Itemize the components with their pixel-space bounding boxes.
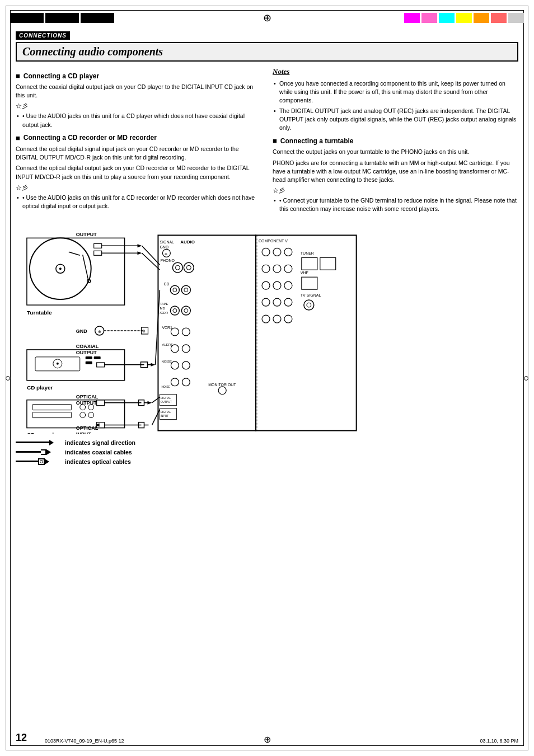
svg-point-90 bbox=[182, 361, 190, 369]
main-content: CONNECTIONS Connecting audio components … bbox=[16, 31, 518, 728]
svg-text:OPTICAL: OPTICAL bbox=[76, 425, 99, 430]
svg-text:COMPONENT V: COMPONENT V bbox=[259, 239, 288, 243]
svg-text:MD: MD bbox=[160, 307, 165, 310]
svg-text:AUDIO: AUDIO bbox=[180, 240, 195, 245]
connection-diagram: OUTPUT Turntable GND ⊕ ⊕ bbox=[16, 221, 518, 434]
svg-point-111 bbox=[262, 298, 270, 306]
svg-point-92 bbox=[182, 378, 190, 386]
svg-text:Turntable: Turntable bbox=[27, 309, 52, 316]
cd-md-tip-icon: ☆彡 bbox=[16, 184, 261, 192]
svg-text:VCR1: VCR1 bbox=[162, 326, 172, 330]
svg-text:CD recorder or: CD recorder or bbox=[27, 431, 66, 433]
svg-text:OPTICAL: OPTICAL bbox=[76, 393, 99, 399]
svg-text:INPUT: INPUT bbox=[76, 431, 91, 433]
svg-text:/CDR: /CDR bbox=[160, 311, 168, 314]
cd-md-section-title: Connecting a CD recorder or MD recorder bbox=[16, 134, 261, 142]
legend-optical-line bbox=[16, 458, 60, 465]
main-title: Connecting audio components bbox=[22, 45, 163, 58]
svg-text:INPUT: INPUT bbox=[160, 414, 168, 417]
svg-text:GND: GND bbox=[160, 245, 168, 249]
svg-text:SIGNAL: SIGNAL bbox=[160, 240, 174, 244]
tip-symbol-3: ☆彡 bbox=[273, 186, 285, 195]
svg-text:OUTPUT: OUTPUT bbox=[76, 350, 97, 355]
svg-text:PHONO: PHONO bbox=[160, 259, 175, 262]
legend-coaxial-line bbox=[16, 449, 60, 455]
svg-text:COAXIAL: COAXIAL bbox=[76, 344, 99, 349]
right-page-marker bbox=[524, 376, 528, 381]
svg-marker-15 bbox=[138, 244, 142, 247]
svg-rect-38 bbox=[32, 412, 72, 417]
main-title-box: Connecting audio components bbox=[16, 42, 518, 62]
legend-coaxial: indicates coaxial cables bbox=[16, 449, 518, 456]
note-2: The DIGITAL OUTPUT jack and analog OUT (… bbox=[273, 107, 518, 133]
top-decorative-bar: ⊕ bbox=[10, 10, 524, 26]
cd-md-body1: Connect the optical digital signal input… bbox=[16, 145, 261, 162]
legend-area: indicates signal direction indicates coa… bbox=[16, 439, 518, 465]
legend-optical: indicates optical cables bbox=[16, 458, 518, 465]
svg-point-69 bbox=[186, 265, 191, 270]
svg-rect-100 bbox=[256, 235, 357, 430]
color-block-cyan bbox=[439, 13, 455, 23]
svg-rect-59 bbox=[158, 235, 256, 430]
diagram-svg: OUTPUT Turntable GND ⊕ ⊕ bbox=[16, 221, 518, 434]
svg-text:NOISE: NOISE bbox=[161, 384, 170, 388]
svg-point-107 bbox=[284, 265, 292, 273]
svg-point-74 bbox=[184, 288, 188, 292]
tip-symbol-2: ☆彡 bbox=[16, 184, 28, 192]
svg-point-110 bbox=[284, 281, 292, 289]
svg-point-132 bbox=[218, 386, 226, 394]
svg-text:TUNER: TUNER bbox=[301, 251, 314, 255]
svg-point-106 bbox=[273, 265, 281, 273]
svg-rect-118 bbox=[302, 257, 317, 270]
svg-point-112 bbox=[273, 298, 281, 306]
legend-signal-label: indicates signal direction bbox=[65, 439, 135, 446]
svg-point-41 bbox=[80, 412, 86, 417]
svg-point-124 bbox=[307, 303, 311, 307]
svg-text:DIGITAL: DIGITAL bbox=[160, 396, 171, 399]
svg-point-105 bbox=[262, 265, 270, 273]
svg-point-66 bbox=[172, 262, 182, 273]
turntable-body2: PHONO jacks are for connecting a turntab… bbox=[273, 159, 518, 185]
svg-point-103 bbox=[273, 248, 281, 256]
svg-rect-119 bbox=[320, 257, 336, 270]
legend-optical-label: indicates optical cables bbox=[65, 458, 131, 465]
svg-text:DIGITAL: DIGITAL bbox=[160, 410, 171, 413]
svg-text:VHF: VHF bbox=[301, 271, 308, 275]
svg-point-108 bbox=[262, 281, 270, 289]
svg-point-104 bbox=[284, 248, 292, 256]
svg-point-67 bbox=[175, 265, 180, 270]
turntable-body1: Connect the output jacks on your turntab… bbox=[273, 148, 518, 156]
svg-rect-25 bbox=[86, 356, 92, 359]
top-block-2 bbox=[45, 13, 79, 23]
svg-text:OUTPUT: OUTPUT bbox=[160, 400, 171, 403]
svg-point-87 bbox=[182, 345, 190, 353]
svg-point-80 bbox=[181, 306, 190, 315]
svg-text:⊕: ⊕ bbox=[142, 329, 146, 333]
turntable-tip: • Connect your turntable to the GND term… bbox=[273, 196, 518, 213]
svg-line-3 bbox=[83, 255, 88, 280]
page-number: 12 bbox=[16, 732, 27, 744]
two-column-layout: Connecting a CD player Connect the coaxi… bbox=[16, 67, 518, 215]
tip-symbol-1: ☆彡 bbox=[16, 102, 28, 110]
svg-point-91 bbox=[171, 378, 179, 386]
svg-point-89 bbox=[171, 361, 179, 369]
svg-point-102 bbox=[262, 248, 270, 256]
svg-point-78 bbox=[170, 306, 179, 315]
cd-player-tip-icon: ☆彡 bbox=[16, 102, 261, 110]
svg-point-83 bbox=[171, 328, 179, 336]
svg-marker-54 bbox=[147, 401, 152, 404]
svg-point-72 bbox=[173, 288, 177, 292]
svg-text:CD: CD bbox=[163, 282, 169, 286]
svg-point-114 bbox=[262, 315, 270, 323]
svg-point-115 bbox=[273, 315, 281, 323]
svg-point-24 bbox=[57, 362, 59, 364]
cd-player-section-title: Connecting a CD player bbox=[16, 72, 261, 80]
color-block-yellow bbox=[456, 13, 472, 23]
svg-marker-17 bbox=[138, 251, 142, 255]
svg-line-127 bbox=[155, 290, 160, 365]
turntable-section-title: Connecting a turntable bbox=[273, 137, 518, 145]
color-block-red bbox=[491, 13, 507, 23]
svg-text:⊕: ⊕ bbox=[165, 252, 167, 256]
color-block-gray bbox=[508, 13, 524, 23]
cd-player-body: Connect the coaxial digital output jack … bbox=[16, 83, 261, 100]
